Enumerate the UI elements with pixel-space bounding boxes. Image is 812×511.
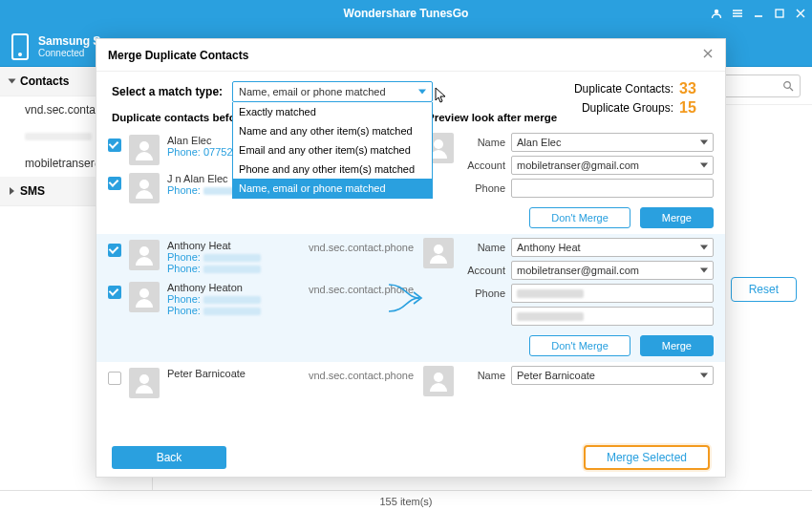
phone-input[interactable]: [511, 307, 714, 326]
phone-blurred: [203, 254, 261, 262]
match-type-select[interactable]: Name, email or phone matched Exactly mat…: [232, 81, 433, 102]
sidebar-group-label: SMS: [20, 184, 45, 198]
modal-header: Merge Duplicate Contacts: [96, 39, 725, 72]
merge-selected-button[interactable]: Merge Selected: [584, 445, 710, 470]
phone-blurred: [517, 312, 584, 321]
merge-duplicates-modal: Merge Duplicate Contacts Select a match …: [96, 38, 726, 478]
dup-name: Peter Barnicoate: [167, 368, 246, 379]
dup-groups-value: 15: [679, 99, 706, 117]
duplicate-entry: Anthony Heaton Phone: Phone: vnd.sec.con…: [108, 280, 423, 318]
phone-label: Phone:: [167, 184, 201, 196]
phone-blurred: [203, 266, 261, 273]
phone-input[interactable]: [511, 179, 714, 198]
dup-checkbox[interactable]: [108, 244, 121, 257]
dont-merge-button[interactable]: Don't Merge: [529, 335, 630, 356]
avatar: [129, 173, 160, 203]
match-option[interactable]: Phone and any other item(s) matched: [233, 160, 432, 179]
group-right: NameAlan Elec Accountmobiletranser@gmail…: [423, 133, 714, 230]
minimize-icon[interactable]: [753, 8, 764, 19]
modal-footer: Back Merge Selected: [96, 438, 725, 477]
app-title: Wondershare TunesGo: [344, 7, 469, 20]
avatar: [423, 238, 454, 268]
dup-source: vnd.sec.contact.phone: [309, 368, 423, 381]
dup-contacts-value: 33: [679, 80, 706, 97]
phone-label: Phone:: [167, 293, 201, 305]
svg-rect-1: [776, 10, 783, 17]
dup-name: Anthony Heat: [167, 240, 261, 251]
account-value: mobiletranser@gmail.com: [517, 265, 639, 276]
match-option[interactable]: Name, email or phone matched: [233, 179, 432, 198]
match-type-dropdown: Exactly matched Name and any other item(…: [232, 102, 433, 199]
maximize-icon[interactable]: [774, 8, 785, 19]
merge-button[interactable]: Merge: [640, 335, 714, 356]
merge-arrow-icon: [385, 277, 427, 319]
account-value: mobiletranser@gmail.com: [517, 160, 639, 171]
window-controls: [711, 0, 806, 27]
match-option[interactable]: Exactly matched: [233, 102, 432, 121]
modal-top: Select a match type: Name, email or phon…: [96, 72, 725, 106]
svg-point-0: [715, 10, 718, 13]
phone-input[interactable]: [511, 284, 714, 303]
name-select[interactable]: Anthony Heat: [511, 238, 714, 257]
account-select[interactable]: mobiletranser@gmail.com: [511, 156, 714, 175]
modal-title: Merge Duplicate Contacts: [108, 49, 248, 62]
duplicate-counts: Duplicate Contacts:33 Duplicate Groups:1…: [574, 79, 706, 117]
avatar: [129, 282, 160, 312]
group-right: NameAnthony Heat Accountmobiletranser@gm…: [423, 238, 714, 358]
close-icon[interactable]: [702, 48, 714, 62]
phone-label: Phone:: [167, 305, 201, 316]
avatar: [129, 368, 160, 398]
dup-checkbox[interactable]: [108, 372, 121, 385]
dup-name: Anthony Heaton: [167, 282, 261, 293]
user-icon[interactable]: [711, 8, 722, 19]
name-value: Peter Barnicoate: [517, 370, 595, 381]
reset-button[interactable]: Reset: [731, 277, 797, 302]
sidebar-group-label: Contacts: [20, 75, 69, 88]
item-count: 155 item(s): [379, 496, 432, 507]
phone-blurred: [203, 308, 261, 315]
chevron-down-icon: [9, 79, 16, 84]
menu-icon[interactable]: [732, 8, 743, 19]
dup-groups-label: Duplicate Groups:: [582, 101, 673, 115]
dup-source: vnd.sec.contact.phone: [309, 240, 423, 253]
merge-preview: NameAnthony Heat Accountmobiletranser@gm…: [423, 238, 714, 326]
name-select[interactable]: Peter Barnicoate: [511, 366, 714, 385]
chevron-right-icon: [10, 187, 14, 195]
phone-blurred: [517, 289, 584, 298]
group-right: NamePeter Barnicoate: [423, 366, 714, 400]
dup-checkbox[interactable]: [108, 177, 121, 190]
title-bar: Wondershare TunesGo: [0, 0, 812, 27]
account-label: Account: [461, 160, 505, 171]
dup-checkbox[interactable]: [108, 286, 121, 299]
merge-group: Peter Barnicoate vnd.sec.contact.phone N…: [96, 362, 725, 404]
phone-label: Phone:: [167, 263, 201, 274]
match-option[interactable]: Email and any other item(s) matched: [233, 140, 432, 160]
name-value: Anthony Heat: [517, 242, 581, 253]
match-type-selected[interactable]: Name, email or phone matched: [232, 81, 433, 102]
cursor-icon: [435, 87, 448, 104]
avatar: [129, 240, 160, 270]
avatar: [423, 366, 454, 396]
dont-merge-button[interactable]: Don't Merge: [529, 207, 630, 228]
merge-preview: NamePeter Barnicoate: [423, 366, 714, 396]
account-select[interactable]: mobiletranser@gmail.com: [511, 261, 714, 280]
back-button[interactable]: Back: [112, 446, 226, 469]
phone-label: Phone: [461, 287, 505, 299]
name-select[interactable]: Alan Elec: [511, 133, 714, 152]
phone-label: Phone: [461, 182, 505, 194]
match-type-label: Select a match type:: [112, 85, 223, 98]
phone-blurred: [203, 296, 261, 304]
status-bar: 155 item(s): [0, 490, 812, 511]
phone-label: Phone:: [167, 146, 201, 158]
name-label: Name: [461, 242, 505, 253]
account-label: Account: [461, 265, 505, 276]
match-option[interactable]: Name and any other item(s) matched: [233, 121, 432, 140]
avatar: [129, 135, 160, 165]
dup-contacts-label: Duplicate Contacts:: [574, 82, 673, 96]
name-label: Name: [461, 137, 505, 148]
dup-checkbox[interactable]: [108, 138, 121, 152]
merge-button[interactable]: Merge: [640, 207, 714, 228]
name-label: Name: [461, 370, 505, 381]
close-icon[interactable]: [795, 8, 806, 19]
phone-label: Phone:: [167, 251, 201, 263]
